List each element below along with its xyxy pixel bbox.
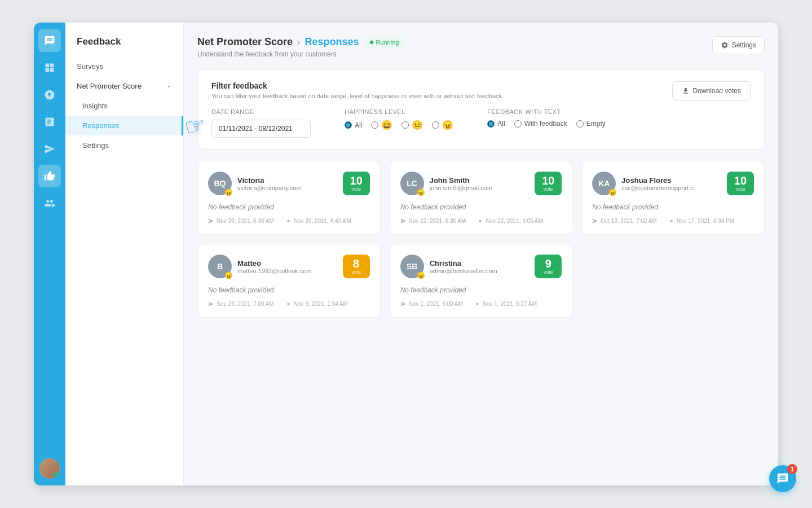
sent-time: Nov 22, 2021, 6:30 AM [400,218,466,224]
user-name: Joshua Flores [621,176,698,185]
main-content: Net Promoter Score › Responses Running U… [184,23,778,485]
nav-item-nps[interactable]: Net Promoter Score [65,76,183,96]
happiness-neutral[interactable]: 😐 [401,120,423,130]
download-votes-button[interactable]: Download votes [672,81,751,100]
sidebar-icon-chat[interactable] [38,29,61,52]
gear-icon [721,41,729,49]
sidebar-icon-bubble[interactable] [38,84,61,106]
status-badge: Running [364,37,404,47]
user-info: SB 😠 Christina admin@booksseller.com [400,255,497,278]
nav-item-surveys[interactable]: Surveys [65,56,183,76]
feedback-text-label: Feedback with text [487,108,605,115]
download-icon [682,87,690,95]
sidebar-icon-dashboard[interactable] [38,56,61,79]
nav-item-settings[interactable]: Settings [65,135,183,155]
date-range-input[interactable] [211,120,311,138]
responses-grid: BQ 😠 Victoria victoria@company.com 10 vo… [197,161,765,318]
seen-icon [285,301,292,307]
feedback-text: No feedback provided [592,203,754,211]
card-footer: Nov 1, 2021, 6:00 AM Nov 1, 2021, 6:27 A… [400,301,562,307]
svg-point-1 [479,220,482,222]
sidebar-bottom [39,458,60,479]
user-avatar[interactable] [39,458,60,479]
date-range-label: Date range [211,108,311,115]
status-dot [370,41,373,44]
sidebar-icon-send[interactable] [38,138,61,160]
response-card: LC 😠 John Smith john.smith@gmail.com 10 … [390,161,573,235]
user-email: admin@booksseller.com [430,268,497,274]
user-details: Christina admin@booksseller.com [430,259,497,274]
chat-fab-icon [776,472,789,485]
avatar: BQ 😠 [208,172,232,195]
settings-button[interactable]: Settings [712,36,765,54]
sidebar-icon-document[interactable] [38,111,61,133]
icon-sidebar [34,23,65,485]
app-title: Feedback [65,32,183,56]
filter-content: Filter feedback You can filter your feed… [211,81,606,138]
sent-icon [208,301,214,307]
card-footer: Oct 13, 2021, 7:02 AM Nov 17, 2021, 6:34… [592,218,754,224]
sidebar-icon-thumbs[interactable] [38,165,61,187]
nav-item-responses-wrapper: Responses ☞ [65,116,183,135]
card-header: SB 😠 Christina admin@booksseller.com 9 v… [400,255,562,278]
sent-icon [400,218,407,224]
seen-icon [668,218,674,224]
seen-time: Nov 22, 2021, 9:05 AM [477,218,543,224]
seen-icon [477,218,483,224]
vote-badge: 10 vote [343,172,370,195]
happiness-label: Happiness level [345,108,453,115]
user-name: Christina [430,259,497,268]
response-card: B 😠 Matteo matteo.1992@outlook.com 8 vot… [197,244,381,318]
avatar: LC 😠 [400,172,424,195]
sent-icon [208,218,214,224]
card-header: B 😠 Matteo matteo.1992@outlook.com 8 vot… [208,255,370,278]
user-email: victoria@company.com [237,185,302,191]
filter-subtitle: You can filter your feedback based on da… [211,93,606,99]
filter-title: Filter feedback [211,81,606,90]
feedback-text: No feedback provided [208,203,370,211]
feedback-empty[interactable]: Empty [576,120,606,128]
user-name: John Smith [430,176,492,185]
user-info: B 😠 Matteo matteo.1992@outlook.com [208,255,312,278]
vote-badge: 10 vote [727,172,754,195]
user-info: LC 😠 John Smith john.smith@gmail.com [400,172,492,195]
svg-point-4 [476,303,479,305]
happiness-all[interactable]: All [345,121,362,129]
nav-item-insights[interactable]: Insights [65,96,183,116]
sent-time: Nov 29, 2021, 6:30 AM [208,218,274,224]
response-card: SB 😠 Christina admin@booksseller.com 9 v… [390,244,573,318]
feedback-with[interactable]: With feedback [514,120,567,128]
svg-point-0 [287,220,290,222]
seen-icon [285,218,292,224]
seen-time: Nov 1, 2021, 6:27 AM [474,301,537,307]
vote-badge: 8 vote [343,255,370,278]
card-header: KA 😠 Joshua Flores csc@custommersupport.… [592,172,754,195]
happiness-happy[interactable]: 😄 [371,120,392,130]
feedback-text-radio-group: All With feedback Empty [487,120,605,128]
card-header: LC 😠 John Smith john.smith@gmail.com 10 … [400,172,562,195]
sent-time: Sep 29, 2021, 7:00 AM [208,301,274,307]
feedback-text: No feedback provided [208,286,370,294]
svg-point-2 [670,220,673,222]
breadcrumb: Net Promoter Score › Responses [197,36,359,48]
nav-item-responses[interactable]: Responses [65,116,183,135]
seen-time: Nov 29, 2021, 8:49 AM [285,218,351,224]
chat-fab[interactable]: 1 [769,465,796,492]
sent-time: Oct 13, 2021, 7:02 AM [592,218,657,224]
card-header: BQ 😠 Victoria victoria@company.com 10 vo… [208,172,370,195]
date-range-group: Date range [211,108,311,138]
feedback-all[interactable]: All [487,120,505,128]
user-details: Joshua Flores csc@custommersupport.c... [621,176,698,191]
happiness-sad[interactable]: 😠 [432,120,453,130]
happiness-group: Happiness level All 😄 😐 [345,108,453,130]
sent-time: Nov 1, 2021, 6:00 AM [400,301,463,307]
happiness-radio-group: All 😄 😐 😠 [345,120,453,130]
user-details: John Smith john.smith@gmail.com [430,176,492,191]
response-card: BQ 😠 Victoria victoria@company.com 10 vo… [197,161,381,235]
header-title-row: Net Promoter Score › Responses Running [197,36,404,48]
filter-section: Filter feedback You can filter your feed… [197,69,765,150]
user-email: john.smith@gmail.com [430,185,492,191]
svg-point-3 [287,303,290,305]
sidebar-icon-users[interactable] [38,192,61,214]
nav-sidebar: Feedback Surveys Net Promoter Score Insi… [65,23,184,485]
